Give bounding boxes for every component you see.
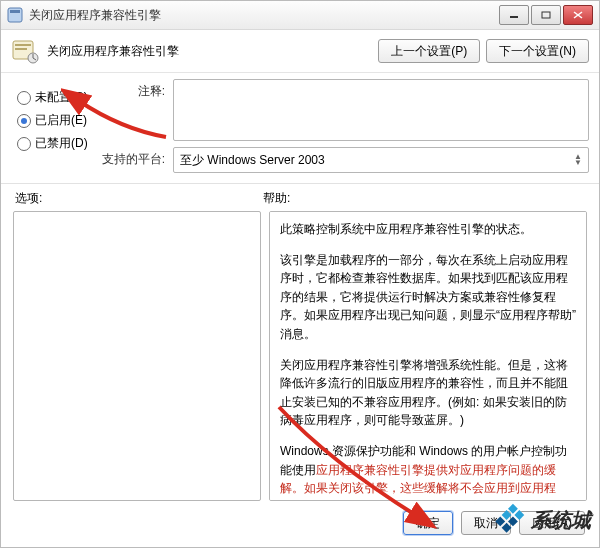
radio-dot-icon (17, 137, 31, 151)
svg-rect-14 (495, 516, 505, 526)
svg-rect-3 (542, 12, 550, 18)
divider (1, 183, 599, 184)
app-icon (7, 7, 23, 23)
svg-rect-11 (514, 510, 524, 520)
svg-rect-15 (502, 523, 512, 533)
svg-rect-8 (15, 48, 27, 50)
window-close-button[interactable] (563, 5, 593, 25)
radio-dot-icon (17, 114, 31, 128)
header-title: 关闭应用程序兼容性引擎 (47, 43, 378, 60)
watermark: 系统城 (491, 503, 591, 537)
radio-label: 已启用(E) (35, 112, 87, 129)
help-pane[interactable]: 此策略控制系统中应用程序兼容性引擎的状态。 该引擎是加载程序的一部分，每次在系统… (269, 211, 587, 501)
header: 关闭应用程序兼容性引擎 上一个设置(P) 下一个设置(N) (1, 30, 599, 73)
svg-rect-7 (15, 44, 31, 46)
help-heading: 帮助: (263, 190, 585, 207)
svg-rect-13 (508, 516, 518, 526)
svg-rect-2 (510, 16, 518, 18)
column-headers: 选项: 帮助: (1, 188, 599, 211)
watermark-text: 系统城 (531, 507, 591, 534)
radio-label: 未配置(C) (35, 89, 88, 106)
window-minimize-button[interactable] (499, 5, 529, 25)
svg-rect-12 (502, 510, 512, 520)
radio-disabled[interactable]: 已禁用(D) (17, 135, 101, 152)
comment-label: 注释: (101, 79, 165, 100)
state-radio-group: 未配置(C) 已启用(E) 已禁用(D) (17, 79, 101, 173)
titlebar: 关闭应用程序兼容性引擎 (1, 1, 599, 30)
policy-icon (11, 38, 39, 64)
window-maximize-button[interactable] (531, 5, 561, 25)
previous-setting-button[interactable]: 上一个设置(P) (378, 39, 480, 63)
svg-rect-1 (10, 10, 20, 13)
svg-rect-10 (508, 504, 518, 514)
help-text: 关闭应用程序兼容性引擎将增强系统性能。但是，这将降低许多流行的旧版应用程序的兼容… (280, 356, 576, 430)
help-text: 此策略控制系统中应用程序兼容性引擎的状态。 (280, 220, 576, 239)
spinner-icon[interactable]: ▲▼ (574, 154, 582, 166)
help-text: Windows 资源保护功能和 Windows 的用户帐户控制功能使用应用程序兼… (280, 442, 576, 501)
platform-value: 至少 Windows Server 2003 (180, 152, 325, 169)
comment-textarea[interactable] (173, 79, 589, 141)
watermark-logo-icon (491, 503, 525, 537)
options-heading: 选项: (15, 190, 263, 207)
window-title: 关闭应用程序兼容性引擎 (29, 7, 499, 24)
help-text: 该引擎是加载程序的一部分，每次在系统上启动应用程序时，它都检查兼容性数据库。如果… (280, 251, 576, 344)
radio-not-configured[interactable]: 未配置(C) (17, 89, 101, 106)
options-pane (13, 211, 261, 501)
platform-label: 支持的平台: (101, 147, 165, 168)
next-setting-button[interactable]: 下一个设置(N) (486, 39, 589, 63)
ok-button[interactable]: 确定 (403, 511, 453, 535)
radio-enabled[interactable]: 已启用(E) (17, 112, 101, 129)
radio-label: 已禁用(D) (35, 135, 88, 152)
radio-dot-icon (17, 91, 31, 105)
supported-platform-box: 至少 Windows Server 2003 ▲▼ (173, 147, 589, 173)
